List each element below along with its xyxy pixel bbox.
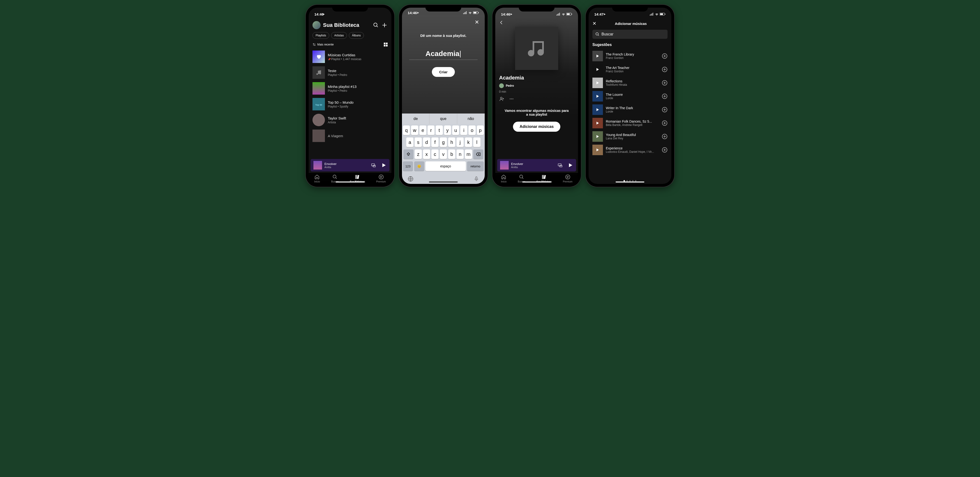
- list-item[interactable]: Romanian Folk Dances, Sz 5...Béla Bartók…: [589, 116, 671, 130]
- now-playing-bar[interactable]: EnvolverAnitta: [497, 159, 576, 171]
- key[interactable]: o: [468, 126, 476, 135]
- add-track-icon[interactable]: [662, 120, 668, 126]
- list-item[interactable]: ReflectionsToshifumi Hinata: [589, 76, 671, 89]
- suggestions-list[interactable]: The French LibraryFranz Gordon The Art T…: [589, 49, 671, 178]
- key[interactable]: w: [411, 126, 418, 135]
- playlist-name-input[interactable]: Academia|: [409, 49, 477, 60]
- avatar[interactable]: [312, 21, 321, 29]
- list-item[interactable]: Minha playlist #13Playlist • Pedro: [309, 80, 391, 96]
- backspace-key[interactable]: [473, 150, 483, 159]
- key[interactable]: q: [403, 126, 410, 135]
- chip-albums[interactable]: Álbuns: [349, 32, 364, 39]
- key[interactable]: b: [448, 150, 455, 159]
- key[interactable]: y: [444, 126, 451, 135]
- list-item[interactable]: Top 50 Top 50 – MundoPlaylist • Spotify: [309, 96, 391, 112]
- search-icon[interactable]: [373, 22, 379, 28]
- page-dots[interactable]: [589, 178, 671, 184]
- track-cover[interactable]: [592, 51, 603, 61]
- prediction[interactable]: que: [430, 113, 457, 124]
- chip-artists[interactable]: Artistas: [331, 32, 347, 39]
- add-track-icon[interactable]: [662, 147, 668, 153]
- library-list[interactable]: Músicas Curtidas📌Playlist • 1.447 música…: [309, 49, 391, 159]
- track-cover[interactable]: [592, 78, 603, 88]
- key[interactable]: f: [431, 137, 439, 147]
- add-user-icon[interactable]: [499, 96, 504, 102]
- search-input[interactable]: Buscar: [592, 30, 668, 39]
- key[interactable]: r: [428, 126, 434, 135]
- key[interactable]: h: [448, 137, 455, 147]
- key[interactable]: a: [406, 137, 414, 147]
- now-playing-bar[interactable]: EnvolverAnitta: [310, 159, 390, 171]
- track-cover[interactable]: [592, 145, 603, 155]
- tab-premium[interactable]: Premium: [376, 174, 386, 183]
- key[interactable]: l: [473, 137, 480, 147]
- list-item[interactable]: Writer In The DarkLorde: [589, 103, 671, 116]
- list-item[interactable]: ExperienceLudovico Einaudi, Daniel Hope,…: [589, 143, 671, 156]
- add-track-icon[interactable]: [662, 107, 668, 113]
- tab-premium[interactable]: Premium: [563, 174, 573, 183]
- key[interactable]: p: [477, 126, 484, 135]
- playlist-cover-art[interactable]: [515, 27, 558, 70]
- key[interactable]: g: [440, 137, 447, 147]
- key[interactable]: z: [415, 150, 422, 159]
- list-item[interactable]: The LouvreLorde: [589, 89, 671, 103]
- prediction[interactable]: não: [457, 113, 485, 124]
- key[interactable]: e: [419, 126, 426, 135]
- key[interactable]: k: [465, 137, 472, 147]
- connect-icon[interactable]: [371, 163, 376, 168]
- key[interactable]: t: [436, 126, 442, 135]
- play-icon[interactable]: [381, 162, 387, 168]
- key[interactable]: m: [465, 150, 472, 159]
- numbers-key[interactable]: 123: [403, 161, 413, 171]
- playlist-owner[interactable]: Pedro: [499, 83, 574, 88]
- track-cover[interactable]: [592, 64, 603, 75]
- home-indicator[interactable]: [616, 182, 644, 182]
- add-track-icon[interactable]: [662, 53, 668, 59]
- list-item[interactable]: Young And BeautifulLana Del Rey: [589, 130, 671, 143]
- connect-icon[interactable]: [557, 163, 563, 168]
- key[interactable]: c: [431, 150, 439, 159]
- key[interactable]: u: [452, 126, 459, 135]
- track-cover[interactable]: [592, 118, 603, 128]
- shift-key[interactable]: [403, 150, 414, 159]
- key[interactable]: v: [440, 150, 447, 159]
- prediction[interactable]: de: [402, 113, 430, 124]
- add-track-icon[interactable]: [662, 67, 668, 72]
- close-icon[interactable]: ✕: [474, 18, 480, 26]
- key[interactable]: s: [415, 137, 422, 147]
- list-item[interactable]: The Art TeacherFranz Gordon: [589, 63, 671, 76]
- track-cover[interactable]: [592, 91, 603, 102]
- track-cover[interactable]: [592, 104, 603, 115]
- add-track-icon[interactable]: [662, 93, 668, 99]
- track-cover[interactable]: [592, 131, 603, 142]
- key[interactable]: x: [423, 150, 430, 159]
- emoji-key[interactable]: 😊: [414, 161, 424, 171]
- home-indicator[interactable]: [522, 182, 551, 182]
- home-indicator[interactable]: [336, 182, 364, 182]
- add-icon[interactable]: [381, 22, 388, 28]
- return-key[interactable]: retorno: [467, 161, 484, 171]
- grid-view-icon[interactable]: [384, 43, 388, 46]
- key[interactable]: i: [460, 126, 467, 135]
- list-item[interactable]: The French LibraryFranz Gordon: [589, 49, 671, 63]
- add-songs-button[interactable]: Adicionar músicas: [513, 122, 560, 132]
- key[interactable]: n: [457, 150, 464, 159]
- mic-icon[interactable]: [474, 176, 479, 182]
- key[interactable]: d: [423, 137, 430, 147]
- globe-icon[interactable]: [408, 176, 414, 182]
- add-track-icon[interactable]: [662, 134, 668, 139]
- list-item[interactable]: Taylor SwiftArtista: [309, 112, 391, 128]
- tab-home[interactable]: Início: [501, 174, 506, 183]
- list-item[interactable]: TestePlaylist • Pedro: [309, 65, 391, 80]
- create-button[interactable]: Criar: [432, 67, 455, 77]
- play-icon[interactable]: [568, 162, 573, 168]
- tab-home[interactable]: Início: [314, 174, 320, 183]
- home-indicator[interactable]: [429, 182, 458, 182]
- close-icon[interactable]: ✕: [592, 21, 597, 26]
- list-item[interactable]: Músicas Curtidas📌Playlist • 1.447 música…: [309, 49, 391, 65]
- list-item[interactable]: A Viagem: [309, 128, 391, 144]
- space-key[interactable]: espaço: [425, 161, 466, 171]
- key[interactable]: j: [457, 137, 464, 147]
- chip-playlists[interactable]: Playlists: [312, 32, 329, 39]
- sort-row[interactable]: Mais recente: [309, 41, 391, 49]
